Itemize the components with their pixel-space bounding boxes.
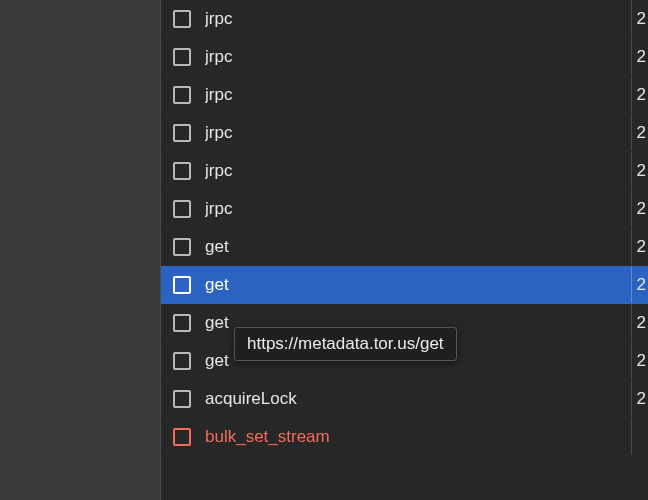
request-row[interactable]: jrpc 2 bbox=[161, 76, 648, 114]
request-row[interactable]: jrpc 2 bbox=[161, 190, 648, 228]
request-name: get bbox=[205, 275, 648, 295]
request-row[interactable]: acquireLock 2 bbox=[161, 380, 648, 418]
next-column-value: 2 bbox=[632, 190, 646, 227]
left-gutter bbox=[0, 0, 160, 500]
next-column-value: 2 bbox=[632, 342, 646, 379]
request-name: jrpc bbox=[205, 47, 648, 67]
request-name: bulk_set_stream bbox=[205, 427, 648, 447]
checkbox-icon[interactable] bbox=[173, 276, 191, 294]
request-name: jrpc bbox=[205, 123, 648, 143]
request-row[interactable]: jrpc 2 bbox=[161, 152, 648, 190]
request-row-error[interactable]: bulk_set_stream bbox=[161, 418, 648, 456]
checkbox-icon[interactable] bbox=[173, 48, 191, 66]
request-name: get bbox=[205, 237, 648, 257]
next-column-value: 2 bbox=[632, 38, 646, 75]
checkbox-icon[interactable] bbox=[173, 86, 191, 104]
next-column-value: 2 bbox=[632, 76, 646, 113]
next-column-value bbox=[632, 418, 646, 455]
next-column-value: 2 bbox=[632, 380, 646, 417]
checkbox-icon[interactable] bbox=[173, 10, 191, 28]
checkbox-icon[interactable] bbox=[173, 162, 191, 180]
request-name: acquireLock bbox=[205, 389, 648, 409]
next-column-value: 2 bbox=[632, 304, 646, 341]
request-row[interactable]: get 2 bbox=[161, 228, 648, 266]
next-column-value: 2 bbox=[632, 228, 646, 265]
request-name: jrpc bbox=[205, 199, 648, 219]
checkbox-icon[interactable] bbox=[173, 428, 191, 446]
checkbox-icon[interactable] bbox=[173, 124, 191, 142]
checkbox-icon[interactable] bbox=[173, 352, 191, 370]
checkbox-icon[interactable] bbox=[173, 200, 191, 218]
request-row[interactable]: jrpc 2 bbox=[161, 114, 648, 152]
checkbox-icon[interactable] bbox=[173, 390, 191, 408]
request-name: jrpc bbox=[205, 161, 648, 181]
request-row-selected[interactable]: get 2 bbox=[161, 266, 648, 304]
next-column-value: 2 bbox=[632, 114, 646, 151]
request-row[interactable]: jrpc 2 bbox=[161, 38, 648, 76]
checkbox-icon[interactable] bbox=[173, 238, 191, 256]
request-row[interactable]: jrpc 2 bbox=[161, 0, 648, 38]
next-column-value: 2 bbox=[632, 0, 646, 37]
next-column-value: 2 bbox=[632, 152, 646, 189]
url-tooltip: https://metadata.tor.us/get bbox=[234, 327, 457, 361]
next-column-value: 2 bbox=[632, 266, 646, 303]
checkbox-icon[interactable] bbox=[173, 314, 191, 332]
network-request-list: jrpc 2 jrpc 2 jrpc 2 jrpc 2 jrpc 2 jrpc … bbox=[160, 0, 648, 500]
request-name: jrpc bbox=[205, 85, 648, 105]
request-name: jrpc bbox=[205, 9, 648, 29]
